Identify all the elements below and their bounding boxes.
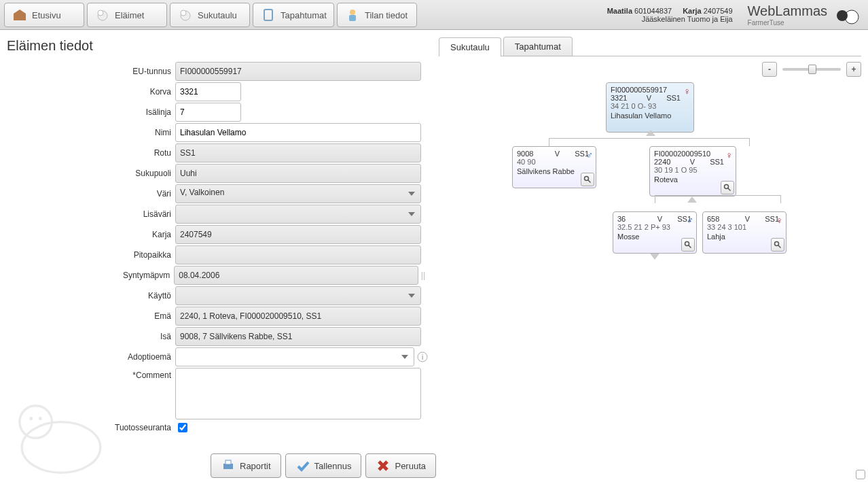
reports-button[interactable]: Raportit <box>211 453 281 478</box>
home-icon <box>12 7 28 23</box>
zoom-in-button[interactable]: + <box>846 62 861 77</box>
adoption-dam-dropdown[interactable] <box>175 347 414 366</box>
logo-icon <box>833 3 861 27</box>
svg-rect-16 <box>225 460 231 464</box>
tab-label: Sukutaulu <box>198 10 237 20</box>
breed-field[interactable] <box>175 143 421 162</box>
svg-point-21 <box>685 242 689 246</box>
dam-field[interactable] <box>175 307 421 326</box>
sire-field[interactable] <box>175 327 421 346</box>
printer-icon <box>221 458 236 473</box>
cancel-button[interactable]: Peruuta <box>365 453 436 478</box>
zoom-out-button[interactable]: - <box>762 62 777 77</box>
svg-point-5 <box>98 10 103 16</box>
svg-point-23 <box>775 242 779 246</box>
svg-rect-8 <box>264 10 272 20</box>
pedigree-node-root[interactable]: ♀ FI000000559917 3321 V SS1 34 21 0 O- 9… <box>606 82 694 133</box>
svg-text:i: i <box>422 354 423 361</box>
expand-up-icon[interactable] <box>646 130 655 136</box>
location-field[interactable] <box>175 245 421 264</box>
svg-point-19 <box>725 185 729 189</box>
color-dropdown[interactable]: V, Valkoinen <box>175 184 421 203</box>
tab-label: Etusivu <box>32 10 61 20</box>
svg-rect-10 <box>349 15 356 21</box>
tab-farm-info[interactable]: Tilan tiedot <box>337 3 417 27</box>
magnify-icon[interactable] <box>581 173 594 186</box>
zoom-slider-thumb[interactable] <box>808 65 816 74</box>
comment-field[interactable] <box>175 368 421 419</box>
svg-point-9 <box>350 10 355 15</box>
splitter-handle[interactable]: || <box>418 271 428 280</box>
svg-point-17 <box>585 177 589 181</box>
save-button[interactable]: Tallennus <box>285 453 362 478</box>
tab-label: Eläimet <box>115 10 144 20</box>
production-tracking-checkbox[interactable] <box>178 423 187 432</box>
magnify-icon[interactable] <box>721 181 734 194</box>
usage-dropdown[interactable] <box>175 286 421 305</box>
svg-point-7 <box>181 10 186 16</box>
svg-line-22 <box>689 245 691 248</box>
pedigree-node-mgd[interactable]: ♀ 658 V SS1 33 24 3 101 Lahja <box>702 211 786 254</box>
resize-handle-icon[interactable] <box>856 470 865 479</box>
svg-point-12 <box>837 10 848 21</box>
ear-number-field[interactable] <box>175 82 241 101</box>
pedigree-node-mgs[interactable]: ♂ 36 V SS1 32.5 21 2 P+ 93 Mosse <box>613 211 697 254</box>
owner-name: Jääskeläinen Tuomo ja Eija <box>642 15 733 23</box>
male-icon: ♂ <box>687 215 694 226</box>
farm-info-block: Maatila 601044837 Karja 2407549 Jääskelä… <box>571 0 741 29</box>
x-icon <box>376 458 391 473</box>
svg-line-18 <box>588 180 591 183</box>
tab-events[interactable]: Tapahtumat <box>253 3 334 27</box>
expand-up-icon[interactable] <box>687 196 697 203</box>
pedigree-node-sire[interactable]: ♂ 9008 V SS1 40 90 Sällvikens Rabbe <box>512 146 596 188</box>
right-tab-pedigree[interactable]: Sukutaulu <box>439 37 501 56</box>
current-user: FarmerTuse <box>748 19 827 27</box>
right-tab-events[interactable]: Tapahtumat <box>503 37 573 56</box>
help-icon[interactable]: i <box>417 351 428 362</box>
nav-tabs: Etusivu Eläimet Sukutaulu Tapahtumat Til… <box>0 0 571 29</box>
zoom-slider[interactable] <box>782 68 841 71</box>
magnify-icon[interactable] <box>681 238 695 252</box>
svg-line-20 <box>728 188 731 191</box>
sheep-icon <box>94 7 111 23</box>
male-icon: ♂ <box>586 150 594 160</box>
expand-down-icon[interactable] <box>650 254 659 260</box>
tab-pedigree[interactable]: Sukutaulu <box>170 3 250 27</box>
female-icon: ♀ <box>776 215 784 226</box>
extra-color-dropdown[interactable] <box>175 205 421 224</box>
eu-id-field[interactable] <box>175 62 421 81</box>
female-icon: ♀ <box>726 150 734 160</box>
female-icon: ♀ <box>684 86 691 97</box>
sex-field[interactable] <box>175 164 421 183</box>
name-field[interactable] <box>175 123 421 142</box>
clipboard-icon <box>260 7 276 23</box>
sheep-icon <box>177 7 194 23</box>
farmer-icon <box>344 7 361 23</box>
pedigree-node-dam[interactable]: ♀ FI000020009510 2240 V SS1 30 19 1 O 95… <box>649 146 736 196</box>
tab-home[interactable]: Etusivu <box>4 3 84 27</box>
tab-label: Tapahtumat <box>281 10 327 20</box>
page-title: Eläimen tiedot <box>7 38 428 54</box>
tab-label: Tilan tiedot <box>365 10 408 20</box>
check-icon <box>295 458 310 473</box>
herd-field[interactable] <box>175 225 421 244</box>
magnify-icon[interactable] <box>771 238 784 252</box>
brand-title: WebLammas <box>748 3 827 19</box>
svg-line-24 <box>778 245 781 248</box>
tab-animals[interactable]: Eläimet <box>87 3 167 27</box>
birthdate-field[interactable] <box>174 266 418 285</box>
sire-line-field[interactable] <box>175 103 241 122</box>
pedigree-chart: ♀ FI000000559917 3321 V SS1 34 21 0 O- 9… <box>439 80 861 365</box>
